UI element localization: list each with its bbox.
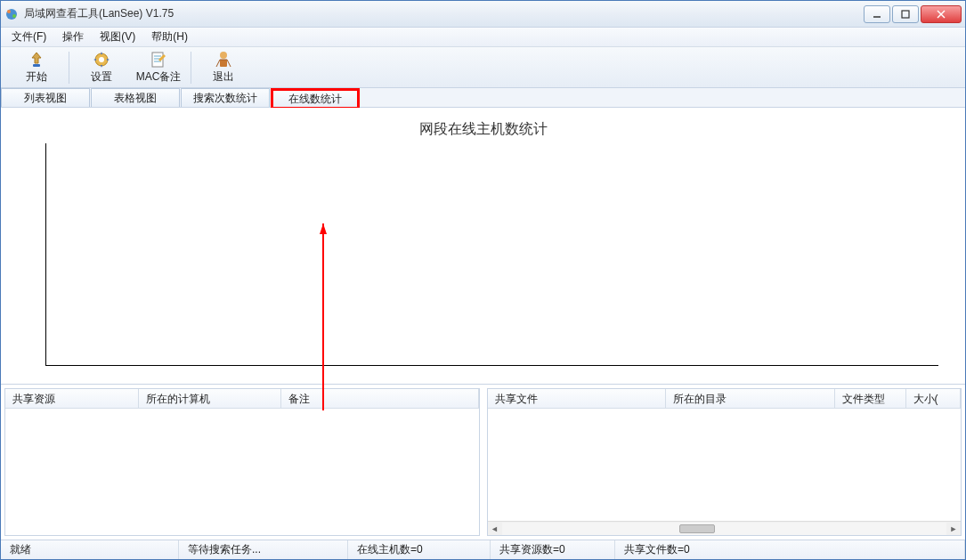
col-directory[interactable]: 所在的目录 (666, 389, 835, 408)
settings-label: 设置 (91, 69, 112, 85)
col-shared-file[interactable]: 共享文件 (488, 389, 666, 408)
app-icon (4, 7, 19, 21)
settings-button[interactable]: 设置 (73, 49, 130, 86)
status-waiting: 等待搜索任务... (179, 540, 348, 559)
svg-point-1 (7, 10, 11, 13)
menu-help[interactable]: 帮助(H) (144, 28, 195, 46)
y-axis (45, 143, 46, 366)
close-button[interactable] (921, 5, 962, 23)
start-icon (28, 51, 45, 69)
status-shared-resources: 共享资源数=0 (491, 540, 615, 559)
svg-rect-4 (902, 11, 909, 18)
col-file-type[interactable]: 文件类型 (835, 389, 906, 408)
tab-table-view[interactable]: 表格视图 (91, 88, 180, 107)
scroll-thumb[interactable] (679, 524, 715, 533)
tab-list-view[interactable]: 列表视图 (1, 88, 90, 107)
col-size[interactable]: 大小( (906, 389, 962, 408)
toolbar-separator (191, 52, 191, 84)
exit-button[interactable]: 退出 (195, 49, 252, 86)
mac-note-button[interactable]: MAC备注 (130, 49, 187, 86)
toolbar: 开始 设置 MAC备注 (1, 47, 965, 88)
status-shared-files: 共享文件数=0 (615, 540, 965, 559)
tab-search-count[interactable]: 搜索次数统计 (181, 88, 270, 107)
window-controls (864, 5, 962, 23)
chart-axes (45, 143, 938, 366)
minimize-button[interactable] (864, 5, 890, 23)
maximize-button[interactable] (892, 5, 919, 23)
start-button[interactable]: 开始 (8, 49, 65, 86)
col-note[interactable]: 备注 (281, 389, 479, 408)
chart-area: 网段在线主机数统计 (1, 108, 965, 384)
col-shared-resource[interactable]: 共享资源 (5, 389, 139, 408)
titlebar: 局域网查看工具(LanSee) V1.75 (1, 1, 965, 28)
mac-note-label: MAC备注 (136, 69, 182, 85)
toolbar-separator (69, 52, 69, 84)
menu-operate[interactable]: 操作 (55, 28, 91, 46)
gear-icon (93, 51, 110, 69)
chart-title: 网段在线主机数统计 (28, 120, 938, 139)
left-panel-body[interactable] (5, 409, 479, 535)
left-panel-header: 共享资源 所在的计算机 备注 (5, 389, 479, 409)
scroll-right-arrow-icon[interactable]: ► (946, 523, 961, 535)
svg-point-15 (220, 52, 227, 59)
left-panel: 共享资源 所在的计算机 备注 (4, 388, 480, 536)
exit-icon (215, 51, 232, 69)
status-ready: 就绪 (1, 540, 179, 559)
main-window: 局域网查看工具(LanSee) V1.75 文件(F) 操作 视图(V) 帮助(… (0, 0, 966, 560)
window-title: 局域网查看工具(LanSee) V1.75 (24, 6, 864, 21)
menubar: 文件(F) 操作 视图(V) 帮助(H) (1, 28, 965, 47)
note-icon (150, 51, 167, 69)
exit-label: 退出 (213, 69, 234, 85)
start-label: 开始 (26, 69, 47, 85)
svg-point-9 (99, 57, 104, 62)
x-axis (45, 365, 938, 366)
scroll-track[interactable] (502, 523, 947, 535)
svg-rect-7 (33, 64, 40, 67)
menu-view[interactable]: 视图(V) (93, 28, 142, 46)
svg-point-2 (12, 14, 16, 18)
tabs: 列表视图 表格视图 搜索次数统计 在线数统计 (1, 88, 965, 108)
scroll-left-arrow-icon[interactable]: ◄ (488, 523, 502, 535)
status-online-hosts: 在线主机数=0 (348, 540, 491, 559)
right-panel-body[interactable] (488, 409, 962, 521)
right-panel-header: 共享文件 所在的目录 文件类型 大小( (488, 389, 962, 409)
right-panel: 共享文件 所在的目录 文件类型 大小( ◄ ► (487, 388, 962, 536)
svg-rect-14 (220, 60, 227, 67)
horizontal-scrollbar[interactable]: ◄ ► (488, 521, 962, 535)
tab-online-count[interactable]: 在线数统计 (271, 88, 360, 110)
statusbar: 就绪 等待搜索任务... 在线主机数=0 共享资源数=0 共享文件数=0 (1, 540, 965, 559)
bottom-panels: 共享资源 所在的计算机 备注 共享文件 所在的目录 文件类型 大小( ◄ ► (1, 384, 965, 540)
col-computer[interactable]: 所在的计算机 (139, 389, 281, 408)
menu-file[interactable]: 文件(F) (4, 28, 53, 46)
